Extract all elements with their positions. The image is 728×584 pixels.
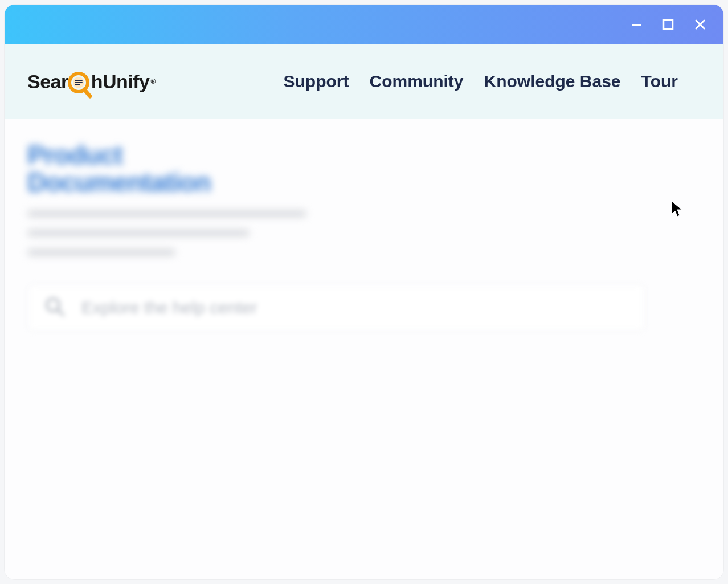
logo-text-right: hUnify <box>91 71 150 93</box>
close-button[interactable] <box>694 18 706 31</box>
close-icon <box>694 19 706 30</box>
search-box[interactable] <box>27 284 645 331</box>
nav-item-community[interactable]: Community <box>370 72 464 91</box>
nav-item-tour[interactable]: Tour <box>641 72 678 91</box>
hero-block: Product Documentation <box>27 141 701 256</box>
placeholder-line <box>27 210 306 217</box>
titlebar <box>5 5 723 44</box>
nav-item-support[interactable]: Support <box>284 72 349 91</box>
page-title-line1: Product <box>27 141 701 169</box>
minimize-button[interactable] <box>630 18 643 31</box>
nav: Support Community Knowledge Base Tour <box>284 72 678 91</box>
maximize-icon <box>662 19 674 30</box>
svg-rect-0 <box>632 24 641 26</box>
maximize-button[interactable] <box>662 18 674 31</box>
svg-rect-1 <box>664 20 673 29</box>
content-area: Product Documentation <box>5 119 723 579</box>
search-section <box>27 284 701 331</box>
logo-registered-mark: ® <box>151 77 156 85</box>
hero-description-placeholder <box>27 210 701 256</box>
page-title-line2: Documentation <box>27 169 701 196</box>
logo-text-left: Sear <box>27 71 68 93</box>
header: Sear hUnify ® Support Community Knowledg… <box>5 44 723 119</box>
app-window: Sear hUnify ® Support Community Knowledg… <box>5 5 723 579</box>
minimize-icon <box>631 19 642 30</box>
placeholder-line <box>27 230 250 236</box>
search-input[interactable] <box>81 298 629 317</box>
search-icon <box>44 296 66 320</box>
page-title: Product Documentation <box>27 141 701 197</box>
logo-magnifier-icon <box>67 71 92 99</box>
logo[interactable]: Sear hUnify ® <box>27 68 156 95</box>
nav-item-knowledge-base[interactable]: Knowledge Base <box>484 72 621 91</box>
placeholder-line <box>27 249 175 256</box>
